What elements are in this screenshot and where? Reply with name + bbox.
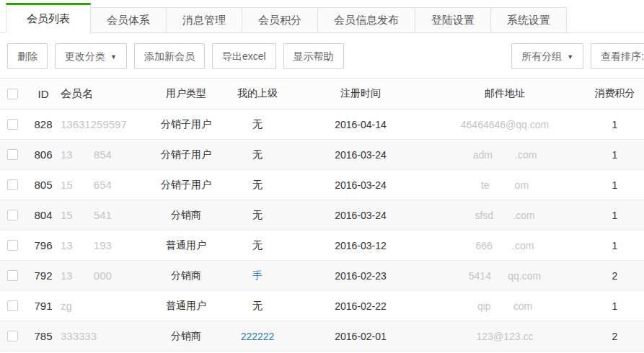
cell-points: 1 [586, 110, 644, 139]
cell-username: 13 000 [61, 261, 154, 290]
superior-text: 无 [252, 148, 263, 161]
cell-user-type: 普通用户 [154, 231, 218, 260]
table-row: 79213 000分销商手2016-02-235414 qq.com2 [0, 261, 644, 291]
superior-link[interactable]: 手 [252, 269, 263, 282]
cell-username: 15 654 [61, 170, 154, 200]
col-header-username: 会员名 [61, 79, 154, 109]
cell-user-type: 分销商 [154, 321, 218, 351]
select-all-checkbox[interactable] [7, 89, 18, 99]
cell-email: qip com [424, 291, 586, 321]
row-checkbox-cell [0, 170, 26, 200]
cell-id: 804 [26, 200, 61, 230]
cell-id: 792 [26, 261, 61, 290]
member-table: ID会员名用户类型我的上级注册时间邮件地址消费积分 82813631259597… [0, 78, 644, 352]
table-row: 785333333分销商2222222016-02-01123@123.cc2 [0, 321, 644, 352]
table-row: 79613 193普通用户无2016-03-12666 .com1 [0, 231, 644, 261]
cell-superior: 无 [218, 140, 297, 169]
cell-user-type: 分销子用户 [154, 140, 218, 169]
add-member-button[interactable]: 添加新会员 [134, 43, 205, 69]
row-checkbox[interactable] [7, 240, 18, 251]
cell-email: 666 .com [424, 231, 586, 260]
row-checkbox[interactable] [7, 331, 18, 341]
row-checkbox-cell [0, 321, 26, 351]
tab-message-management[interactable]: 消息管理 [166, 7, 242, 32]
export-excel-button-label: 导出excel [222, 50, 266, 62]
cell-email: te om [424, 170, 586, 200]
cell-username: 13 193 [61, 231, 154, 260]
cell-user-type: 分销子用户 [154, 170, 218, 200]
table-row: 80515 654分销子用户无2016-03-24te om1 [0, 170, 644, 200]
cell-superior: 无 [218, 200, 297, 230]
cell-id: 806 [26, 140, 61, 169]
show-help-button[interactable]: 显示帮助 [283, 43, 344, 69]
col-header-email: 邮件地址 [424, 79, 586, 109]
superior-text: 无 [252, 179, 263, 192]
cell-superior: 无 [218, 231, 297, 260]
table-row: 791zg普通用户无2016-02-22qip com1 [0, 291, 644, 321]
export-excel-button[interactable]: 导出excel [212, 43, 276, 69]
tab-login-settings[interactable]: 登陆设置 [415, 7, 491, 32]
cell-reg-date: 2016-03-24 [297, 200, 424, 230]
superior-link[interactable]: 222222 [241, 331, 275, 342]
row-checkbox[interactable] [7, 119, 18, 130]
tab-member-points[interactable]: 会员积分 [242, 7, 318, 32]
table-row: 82813631259597分销子用户无2016-04-1446464646@q… [0, 110, 644, 140]
cell-superior: 无 [218, 170, 297, 200]
row-checkbox[interactable] [7, 270, 18, 281]
cell-points: 1 [586, 291, 644, 321]
row-checkbox-cell [0, 200, 26, 230]
cell-points: 1 [586, 200, 644, 230]
cell-points: 1 [586, 140, 644, 169]
cell-email: 5414 qq.com [424, 261, 586, 290]
change-category-button[interactable]: 更改分类▼ [55, 43, 127, 69]
cell-superior: 222222 [218, 321, 297, 351]
tab-system-settings[interactable]: 系统设置 [490, 7, 567, 32]
row-checkbox[interactable] [7, 300, 18, 311]
tab-member-system[interactable]: 会员体系 [90, 7, 167, 32]
cell-username: 15 541 [61, 200, 154, 230]
tab-bar: 会员列表会员体系消息管理会员积分会员信息发布登陆设置系统设置 [0, 0, 644, 33]
table-header-row: ID会员名用户类型我的上级注册时间邮件地址消费积分 [0, 78, 644, 110]
col-header-superior: 我的上级 [218, 79, 297, 109]
cell-id: 791 [26, 291, 61, 321]
cell-reg-date: 2016-02-01 [297, 321, 424, 351]
toolbar-right-group: 所有分组▼查看排序:正常排序 [511, 43, 644, 69]
col-header-points: 消费积分 [586, 79, 644, 109]
cell-superior: 无 [218, 291, 297, 321]
table-row: 80613 854分销子用户无2016-03-24adm .com1 [0, 140, 644, 170]
col-header-user-type: 用户类型 [154, 79, 218, 109]
cell-email: 46464646@qq.com [424, 110, 586, 139]
cell-user-type: 普通用户 [154, 291, 218, 321]
toolbar: 删除更改分类▼添加新会员导出excel显示帮助 所有分组▼查看排序:正常排序 [0, 33, 644, 78]
row-checkbox-cell [0, 261, 26, 290]
member-admin-page: 会员列表会员体系消息管理会员积分会员信息发布登陆设置系统设置 删除更改分类▼添加… [0, 0, 644, 352]
toolbar-left-group: 删除更改分类▼添加新会员导出excel显示帮助 [7, 43, 344, 69]
superior-text: 无 [252, 300, 263, 313]
chevron-down-icon: ▼ [110, 45, 117, 69]
sort-order-button[interactable]: 查看排序:正常排序 [591, 43, 644, 69]
row-checkbox[interactable] [7, 149, 18, 160]
row-checkbox[interactable] [7, 210, 18, 220]
cell-user-type: 分销子用户 [154, 110, 218, 139]
table-row: 80415 541分销商无2016-03-24sfsd .com1 [0, 200, 644, 231]
show-help-button-label: 显示帮助 [294, 50, 334, 62]
sort-order-button-label: 查看排序:正常排序 [601, 50, 644, 62]
cell-email: adm .com [424, 140, 586, 169]
cell-superior: 无 [218, 110, 297, 139]
all-groups-button-label: 所有分组 [521, 50, 562, 62]
change-category-button-label: 更改分类 [65, 50, 105, 62]
tab-member-info-publish[interactable]: 会员信息发布 [317, 7, 415, 32]
cell-reg-date: 2016-03-24 [297, 140, 424, 169]
row-checkbox[interactable] [7, 179, 18, 190]
cell-username: 333333 [61, 321, 154, 351]
tab-member-list[interactable]: 会员列表 [6, 3, 91, 33]
add-member-button-label: 添加新会员 [144, 50, 195, 62]
superior-text: 无 [252, 239, 263, 252]
delete-button[interactable]: 删除 [7, 43, 48, 69]
cell-id: 828 [26, 110, 61, 139]
cell-email: sfsd .com [424, 200, 586, 230]
all-groups-button[interactable]: 所有分组▼ [511, 43, 583, 69]
cell-points: 1 [586, 231, 644, 260]
cell-id: 805 [26, 170, 61, 200]
row-checkbox-cell [0, 231, 26, 260]
